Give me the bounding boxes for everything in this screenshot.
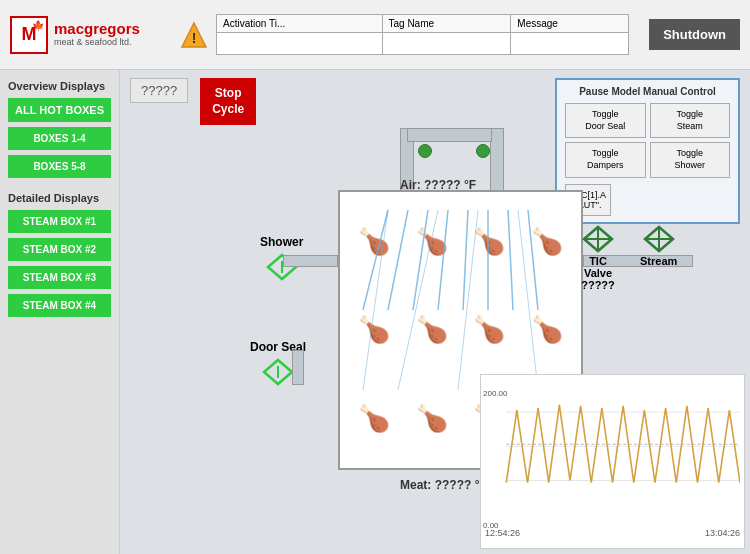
meat-temperature-label: Meat: ????? °F xyxy=(400,478,487,492)
steam-box-4-button[interactable]: STEAM BOX #4 xyxy=(8,294,111,317)
chicken-9: 🍗 xyxy=(346,375,402,462)
chart-y-min: 0.00 xyxy=(483,521,499,530)
toggle-shower-button[interactable]: ToggleShower xyxy=(650,142,731,177)
toggle-dampers-button[interactable]: ToggleDampers xyxy=(565,142,646,177)
tic-valve-area: TICValve????? xyxy=(580,225,616,291)
stream-area: Stream xyxy=(640,225,677,267)
svg-text:!: ! xyxy=(192,30,197,46)
stop-cycle-button[interactable]: StopCycle xyxy=(200,78,256,125)
value-display: ????? xyxy=(130,78,188,103)
detailed-title: Detailed Displays xyxy=(8,192,111,204)
chicken-1: 🍗 xyxy=(346,198,402,285)
steam-box-2-button[interactable]: STEAM BOX #2 xyxy=(8,238,111,261)
logo-text: macgregors meat & seafood ltd. xyxy=(54,21,140,48)
pause-panel-title: Pause Model Manual Control xyxy=(565,86,730,97)
stream-label: Stream xyxy=(640,255,677,267)
logo-name: macgregors xyxy=(54,21,140,38)
boxes-1-4-button[interactable]: BOXES 1-4 xyxy=(8,127,111,150)
chicken-6: 🍗 xyxy=(404,287,460,374)
pipe-horizontal-top xyxy=(407,128,492,142)
alarm-table: Activation Ti... Tag Name Message xyxy=(216,14,629,55)
alarm-col-activation: Activation Ti... xyxy=(217,15,383,33)
pipe-connector-right xyxy=(476,144,490,158)
alarm-row-1-activation xyxy=(217,33,383,55)
pause-grid: ToggleDoor Seal ToggleSteam ToggleDamper… xyxy=(565,103,730,178)
alarm-area: ! Activation Ti... Tag Name Message xyxy=(180,14,629,55)
sidebar: Overview Displays ALL HOT BOXES BOXES 1-… xyxy=(0,70,120,554)
top-controls: ????? StopCycle xyxy=(130,78,256,125)
process-area: Pause Model Manual Control ToggleDoor Se… xyxy=(120,70,750,554)
logo-maple-icon: 🍁 xyxy=(32,20,44,31)
logo-subtitle: meat & seafood ltd. xyxy=(54,37,140,48)
chart-time-end: 13:04:26 xyxy=(705,528,740,538)
pipe-shower-horizontal xyxy=(283,255,338,267)
steam-box-3-button[interactable]: STEAM BOX #3 xyxy=(8,266,111,289)
alarm-row-1-message xyxy=(511,33,629,55)
chart-area: 200.00 0.00 12:54:26 13:04:26 xyxy=(480,374,745,549)
alarm-col-tagname: Tag Name xyxy=(382,15,511,33)
main-area: Overview Displays ALL HOT BOXES BOXES 1-… xyxy=(0,70,750,554)
chicken-10: 🍗 xyxy=(404,375,460,462)
detailed-section: Detailed Displays STEAM BOX #1 STEAM BOX… xyxy=(8,192,111,317)
chicken-3: 🍗 xyxy=(462,198,518,285)
toggle-steam-button[interactable]: ToggleSteam xyxy=(650,103,731,138)
chart-svg xyxy=(485,379,740,524)
tic-valve-icon xyxy=(580,225,616,253)
chicken-5: 🍗 xyxy=(346,287,402,374)
chicken-2: 🍗 xyxy=(404,198,460,285)
stream-icon xyxy=(641,225,677,253)
chicken-4: 🍗 xyxy=(519,198,575,285)
door-seal-valve-icon xyxy=(262,358,294,386)
boxes-5-8-button[interactable]: BOXES 5-8 xyxy=(8,155,111,178)
shower-label: Shower xyxy=(260,235,303,249)
logo-area: M 🍁 macgregors meat & seafood ltd. xyxy=(10,16,170,54)
steam-box-1-button[interactable]: STEAM BOX #1 xyxy=(8,210,111,233)
overview-title: Overview Displays xyxy=(8,80,111,92)
alarm-icon: ! xyxy=(180,21,208,49)
pipe-door-vertical xyxy=(292,350,304,385)
toggle-door-seal-button[interactable]: ToggleDoor Seal xyxy=(565,103,646,138)
shutdown-button[interactable]: Shutdown xyxy=(649,19,740,50)
all-hot-boxes-button[interactable]: ALL HOT BOXES xyxy=(8,98,111,122)
chart-footer: 12:54:26 13:04:26 xyxy=(485,528,740,538)
alarm-row-1-tagname xyxy=(382,33,511,55)
chart-y-max: 200.00 xyxy=(483,389,507,398)
chicken-8: 🍗 xyxy=(519,287,575,374)
logo-box: M 🍁 xyxy=(10,16,48,54)
pipe-vertical-right xyxy=(490,128,504,193)
pipe-connector-left xyxy=(418,144,432,158)
alarm-col-message: Message xyxy=(511,15,629,33)
header: M 🍁 macgregors meat & seafood ltd. ! Act… xyxy=(0,0,750,70)
chicken-7: 🍗 xyxy=(462,287,518,374)
tic-valve-label: TICValve????? xyxy=(581,255,615,291)
